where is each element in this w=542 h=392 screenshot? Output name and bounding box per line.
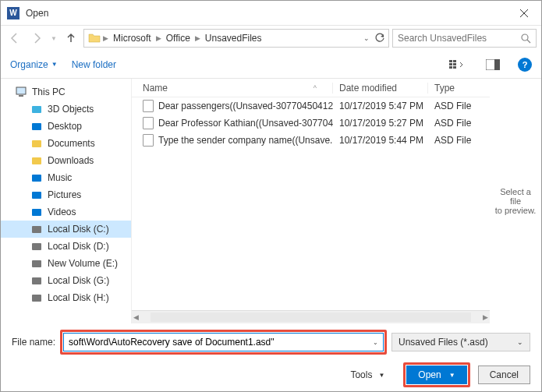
cancel-button[interactable]: Cancel: [478, 366, 530, 384]
tree-item[interactable]: Local Disk (D:): [1, 238, 131, 255]
file-name: Type the sender company name((Unsave...: [158, 135, 333, 146]
tree-label: Local Disk (H:): [48, 292, 109, 303]
tree-label: Local Disk (C:): [48, 224, 109, 235]
breadcrumb-sep-icon: ▶: [103, 34, 108, 42]
organize-menu[interactable]: Organize ▼: [10, 59, 58, 70]
horizontal-scrollbar[interactable]: ◀ ▶: [132, 310, 490, 323]
tree-label: Local Disk (G:): [48, 275, 109, 286]
document-icon: [143, 134, 154, 147]
scroll-right-icon[interactable]: ▶: [483, 313, 488, 321]
nav-bar: ▼ ▶ Microsoft ▶ Office ▶ UnsavedFiles ⌄: [1, 26, 541, 51]
tree-label: Local Disk (D:): [48, 241, 109, 252]
search-box[interactable]: [392, 29, 537, 48]
filename-input[interactable]: [63, 333, 384, 351]
folder-icon: [30, 137, 43, 150]
file-date: 10/17/2019 5:47 PM: [333, 101, 428, 111]
breadcrumb-item[interactable]: Microsoft: [110, 33, 154, 44]
tree-item[interactable]: New Volume (E:): [1, 255, 131, 272]
nav-forward-button[interactable]: [27, 29, 46, 48]
svg-rect-12: [32, 123, 41, 130]
folder-icon: [30, 291, 43, 304]
refresh-icon[interactable]: [374, 33, 385, 44]
filter-label: Unsaved Files (*.asd): [399, 337, 488, 348]
svg-rect-4: [453, 63, 456, 65]
file-row[interactable]: Dear Professor Kathian((Unsaved-307704..…: [132, 115, 490, 132]
document-icon: [143, 100, 154, 112]
scrollbar-track[interactable]: [151, 313, 471, 322]
chevron-down-icon: ▼: [378, 372, 384, 379]
help-icon[interactable]: ?: [518, 58, 532, 72]
address-dropdown-icon[interactable]: ⌄: [360, 34, 373, 42]
svg-rect-10: [19, 95, 23, 97]
scroll-left-icon[interactable]: ◀: [133, 313, 139, 321]
tree-item[interactable]: Desktop: [1, 118, 131, 135]
file-row[interactable]: Type the sender company name((Unsave...1…: [132, 132, 490, 149]
breadcrumb-item[interactable]: Office: [163, 33, 193, 44]
nav-recent-dropdown[interactable]: ▼: [49, 29, 58, 48]
column-header-date[interactable]: Date modified: [333, 83, 428, 94]
file-list[interactable]: Dear passengers((Unsaved-307704504126...…: [132, 97, 490, 310]
sort-indicator-icon: ^: [314, 84, 317, 92]
nav-up-button[interactable]: [62, 29, 80, 48]
svg-rect-17: [32, 209, 41, 216]
file-row[interactable]: Dear passengers((Unsaved-307704504126...…: [132, 97, 490, 115]
tree-item[interactable]: Local Disk (G:): [1, 272, 131, 289]
toolbar: Organize ▼ New folder ?: [1, 51, 541, 79]
window-title: Open: [26, 8, 506, 19]
document-icon: [143, 117, 154, 129]
preview-pane-button[interactable]: [482, 55, 504, 74]
svg-rect-6: [453, 66, 456, 69]
file-type-filter[interactable]: Unsaved Files (*.asd) ⌄: [391, 333, 530, 351]
folder-icon: [30, 120, 43, 132]
address-bar[interactable]: ▶ Microsoft ▶ Office ▶ UnsavedFiles ⌄: [83, 29, 389, 48]
folder-icon: [30, 206, 43, 218]
tree-item[interactable]: 3D Objects: [1, 101, 131, 118]
svg-rect-15: [32, 175, 41, 182]
breadcrumb-sep-icon: ▶: [156, 34, 161, 42]
tree-item[interactable]: Documents: [1, 135, 131, 152]
tree-item[interactable]: Local Disk (H:): [1, 289, 131, 306]
svg-rect-21: [32, 277, 41, 284]
tree-item-this-pc[interactable]: This PC: [1, 83, 131, 101]
dialog-footer: File name: ⌄ Unsaved Files (*.asd) ⌄ Too…: [1, 323, 541, 392]
column-header-name[interactable]: Name ^: [132, 83, 333, 94]
file-type: ASD File: [428, 118, 490, 129]
tree-item[interactable]: Music: [1, 169, 131, 186]
breadcrumb-item[interactable]: UnsavedFiles: [202, 33, 265, 44]
tree-item[interactable]: Local Disk (C:): [1, 221, 131, 238]
file-name: Dear Professor Kathian((Unsaved-307704..…: [158, 118, 333, 129]
column-headers[interactable]: Name ^ Date modified Type: [132, 79, 490, 97]
tree-label: Videos: [48, 207, 76, 217]
file-type: ASD File: [428, 101, 490, 111]
this-pc-icon: [15, 86, 27, 98]
tree-label: Downloads: [48, 155, 94, 166]
svg-rect-2: [453, 60, 456, 62]
tree-label: Pictures: [48, 189, 81, 200]
tools-menu[interactable]: Tools ▼: [350, 369, 384, 380]
tree-item[interactable]: Pictures: [1, 186, 131, 203]
new-folder-button[interactable]: New folder: [72, 59, 116, 70]
column-header-type[interactable]: Type: [428, 83, 490, 94]
tree-item[interactable]: Downloads: [1, 152, 131, 169]
tree-item[interactable]: Videos: [1, 203, 131, 221]
chevron-down-icon: ⌄: [517, 338, 523, 346]
svg-rect-9: [16, 87, 26, 94]
file-date: 10/17/2019 5:27 PM: [333, 118, 428, 129]
preview-pane: Select a file to preview.: [490, 79, 541, 323]
svg-rect-18: [32, 226, 41, 233]
dialog-body: This PC 3D ObjectsDesktopDocumentsDownlo…: [1, 79, 541, 323]
search-input[interactable]: [398, 33, 518, 44]
open-split-dropdown-icon[interactable]: ▼: [449, 372, 455, 379]
svg-rect-5: [449, 66, 452, 69]
filename-dropdown-icon[interactable]: ⌄: [367, 334, 383, 351]
svg-rect-13: [32, 140, 41, 147]
folder-icon: [87, 31, 101, 45]
nav-back-button[interactable]: [5, 29, 24, 48]
folder-icon: [30, 103, 43, 115]
window-close-button[interactable]: [506, 2, 541, 25]
folder-icon: [30, 223, 43, 235]
view-mode-button[interactable]: [446, 55, 468, 74]
svg-rect-16: [32, 192, 41, 199]
navigation-tree[interactable]: This PC 3D ObjectsDesktopDocumentsDownlo…: [1, 79, 132, 323]
open-button[interactable]: Open ▼: [406, 366, 466, 384]
